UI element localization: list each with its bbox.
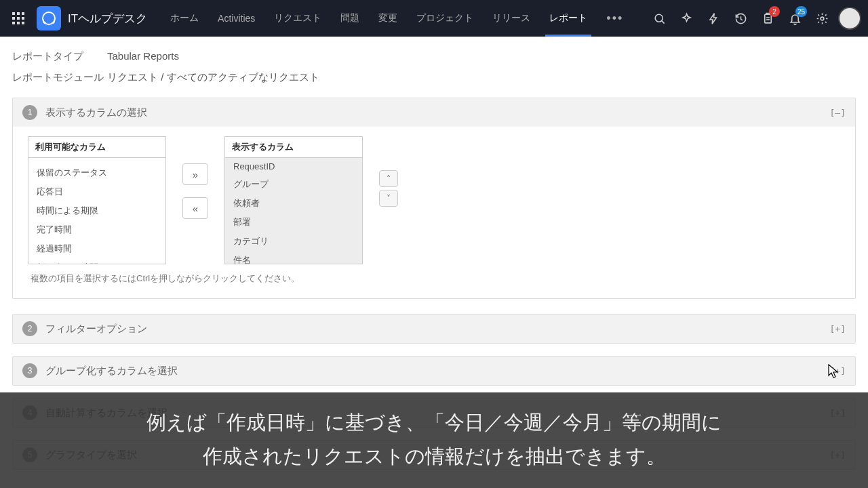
nav-item[interactable]: ホーム (161, 0, 208, 37)
nav-item[interactable]: 問題 (331, 0, 369, 37)
gear-icon[interactable] (811, 7, 833, 29)
history-icon[interactable] (730, 7, 751, 29)
available-title: 利用可能なカラム (28, 136, 166, 157)
step-3: 3 グループ化するカラムを選択 [+] (12, 356, 856, 386)
move-down-button[interactable]: ˅ (379, 190, 398, 207)
step-3-header[interactable]: 3 グループ化するカラムを選択 [+] (13, 357, 855, 385)
available-columns: 利用可能なカラム リクエストのステータス保留のステータス応答日時間による期限完了… (28, 136, 166, 264)
notification-badge: 2 (769, 6, 780, 17)
list-item[interactable]: RequestID (225, 158, 362, 175)
expand-toggle[interactable]: [+] (830, 324, 846, 334)
list-item[interactable]: 保留のステータス (28, 163, 165, 182)
move-up-button[interactable]: ˄ (379, 170, 398, 187)
available-listbox[interactable]: リクエストのステータス保留のステータス応答日時間による期限完了時間経過時間割り当… (28, 157, 166, 264)
app-title: ITヘルプデスク (68, 11, 147, 26)
selected-columns: 表示するカラム RequestIDグループ依頼者部署カテゴリ件名 (224, 136, 363, 264)
inbox-badge: 25 (795, 6, 807, 17)
step-1: 1 表示するカラムの選択 [–] 利用可能なカラム リクエストのステータス保留の… (12, 98, 856, 299)
add-column-button[interactable]: » (182, 163, 208, 185)
list-item[interactable]: 割り当てた時間 (28, 258, 165, 264)
selected-listbox[interactable]: RequestIDグループ依頼者部署カテゴリ件名 (224, 157, 363, 264)
list-item[interactable]: 部署 (225, 213, 362, 232)
nav-item[interactable]: リクエスト (264, 0, 331, 37)
nav-item[interactable]: リリース (483, 0, 540, 37)
multiselect-hint: 複数の項目を選択するにはCtrlを押しながらクリックしてください。 (28, 272, 840, 285)
selected-title: 表示するカラム (224, 136, 363, 157)
list-item[interactable]: リクエストのステータス (28, 157, 165, 163)
report-type-value: Tabular Reports (107, 50, 179, 63)
list-item[interactable]: カテゴリ (225, 232, 362, 251)
search-icon[interactable] (648, 7, 670, 29)
nav-item[interactable]: Activities (208, 0, 264, 37)
bolt-icon[interactable] (703, 7, 724, 29)
collapse-toggle[interactable]: [–] (830, 108, 846, 118)
list-item[interactable]: 依頼者 (225, 194, 362, 213)
main-nav: ホームActivitiesリクエスト問題変更プロジェクトリリースレポート (161, 0, 597, 37)
step-1-header[interactable]: 1 表示するカラムの選択 [–] (13, 98, 855, 127)
nav-item[interactable]: レポート (540, 0, 597, 37)
list-item[interactable]: 応答日 (28, 182, 165, 201)
nav-item[interactable]: 変更 (369, 0, 407, 37)
video-subtitle: 例えば「作成日時」に基づき、「今日／今週／今月」等の期間に 作成されたリクエスト… (0, 392, 868, 488)
svg-point-3 (821, 17, 824, 20)
report-module-value: リクエスト / すべてのアクティブなリクエスト (107, 71, 319, 84)
list-item[interactable]: 件名 (225, 251, 362, 264)
report-type-label: レポートタイプ (12, 50, 107, 63)
remove-column-button[interactable]: « (182, 197, 208, 219)
step-2: 2 フィルターオプション [+] (12, 314, 856, 344)
expand-toggle[interactable]: [+] (830, 366, 846, 376)
sparkle-icon[interactable] (675, 7, 697, 29)
clipboard-icon[interactable]: 2 (757, 7, 778, 29)
list-item[interactable]: 時間による期限 (28, 201, 165, 220)
list-item[interactable]: 経過時間 (28, 239, 165, 258)
list-item[interactable]: グループ (225, 175, 362, 194)
report-module-label: レポートモジュール (12, 71, 107, 84)
step-2-header[interactable]: 2 フィルターオプション [+] (13, 314, 855, 343)
topbar: ITヘルプデスク ホームActivitiesリクエスト問題変更プロジェクトリリー… (0, 0, 868, 37)
list-item[interactable]: 完了時間 (28, 220, 165, 239)
app-logo (37, 6, 61, 30)
step-title: 表示するカラムの選択 (45, 106, 147, 119)
nav-more[interactable]: ••• (597, 12, 633, 26)
report-meta: レポートタイプ Tabular Reports レポートモジュール リクエスト … (0, 37, 868, 91)
app-launcher-icon[interactable] (0, 12, 37, 24)
step-number: 1 (22, 105, 37, 120)
bell-icon[interactable]: 25 (784, 7, 806, 29)
nav-item[interactable]: プロジェクト (407, 0, 483, 37)
svg-point-1 (655, 14, 663, 22)
avatar[interactable] (838, 7, 861, 30)
